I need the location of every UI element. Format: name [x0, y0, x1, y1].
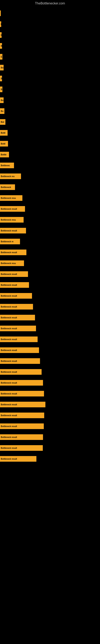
bar-6: B [0, 76, 2, 81]
bar-label-18: Bottleneck result [1, 208, 17, 210]
bar-row: | [0, 8, 100, 18]
bar-label-13: Bottle [1, 154, 6, 156]
bar-26: Bottleneck result [0, 293, 32, 299]
bar-35: Bottleneck result [0, 391, 44, 396]
bar-row: Bottleneck result [0, 399, 100, 410]
bar-label-40: Bottleneck result [1, 447, 17, 449]
bar-label-32: Bottleneck result [1, 360, 17, 362]
bar-label-25: Bottleneck result [1, 284, 17, 286]
bar-24: Bottleneck result [0, 271, 28, 277]
bar-row: E [0, 52, 100, 62]
bar-row: Bottleneck result [0, 388, 100, 399]
bars-container: |FEBEBoBBBoBoBotBottlBottlBottleBottlene… [0, 6, 100, 464]
bar-0: | [0, 10, 1, 16]
bar-36: Bottleneck result [0, 402, 46, 407]
bar-row: Bottleneck resu [0, 258, 100, 268]
bar-16: Bottleneck [0, 184, 15, 190]
bar-23: Bottleneck resu [0, 260, 24, 266]
bar-4: E [0, 54, 2, 60]
bar-1: F [0, 21, 1, 27]
bar-row: Bottleneck result [0, 269, 100, 279]
bar-label-38: Bottleneck result [1, 425, 17, 428]
bar-row: Bottleneck re [0, 236, 100, 247]
site-title: TheBottlenecker.com [0, 0, 100, 6]
bar-33: Bottleneck result [0, 369, 42, 375]
bar-row: Bo [0, 95, 100, 106]
bar-row: Bottleneck result [0, 421, 100, 432]
bar-label-41: Bottleneck result [1, 458, 17, 460]
bar-label-21: Bottleneck re [1, 240, 13, 243]
bar-row: Bottleneck result [0, 345, 100, 356]
bar-label-8: Bo [1, 99, 3, 102]
bar-7: B [0, 86, 2, 92]
bar-41: Bottleneck result [0, 456, 36, 462]
bar-15: Bottleneck res [0, 174, 21, 179]
bar-11: Bottl [0, 130, 8, 136]
bar-row: Bottleneck result [0, 432, 100, 442]
bar-38: Bottleneck result [0, 424, 44, 429]
bar-label-1: F [1, 23, 1, 25]
bar-row: E [0, 30, 100, 40]
bar-label-3: B [1, 45, 2, 47]
bar-29: Bottleneck result [0, 326, 36, 331]
bar-row: Bottleneck result [0, 367, 100, 377]
bar-row: Bottl [0, 128, 100, 138]
bar-label-24: Bottleneck result [1, 273, 17, 275]
bar-label-37: Bottleneck result [1, 414, 17, 416]
bar-label-20: Bottleneck result [1, 230, 17, 232]
bar-row: Bo [0, 62, 100, 73]
bar-40: Bottleneck result [0, 445, 43, 451]
bar-label-30: Bottleneck result [1, 338, 17, 340]
bar-row: Bottleneck result [0, 312, 100, 323]
bar-28: Bottleneck result [0, 315, 35, 320]
bar-21: Bottleneck re [0, 239, 20, 244]
bar-5: Bo [0, 65, 3, 70]
bar-row: Bottleneck resu [0, 193, 100, 203]
bar-19: Bottleneck resu [0, 217, 24, 222]
bar-2: E [0, 32, 1, 38]
bar-row: Bottl [0, 138, 100, 149]
bar-row: Bottlenec [0, 160, 100, 171]
bar-12: Bottl [0, 141, 8, 146]
bar-17: Bottleneck resu [0, 195, 22, 201]
bar-label-36: Bottleneck result [1, 404, 17, 406]
bar-row: Bottleneck result [0, 247, 100, 258]
bar-27: Bottleneck result [0, 304, 33, 310]
bar-3: B [0, 43, 2, 49]
bar-39: Bottleneck result [0, 434, 43, 440]
bar-9: Bo [0, 108, 4, 114]
bar-label-29: Bottleneck result [1, 328, 17, 330]
bar-row: Bottleneck resu [0, 214, 100, 225]
bar-row: B [0, 41, 100, 51]
bar-row: F [0, 19, 100, 30]
bar-label-17: Bottleneck resu [1, 197, 16, 199]
bar-label-27: Bottleneck result [1, 306, 17, 308]
bar-label-33: Bottleneck result [1, 371, 17, 373]
bar-label-34: Bottleneck result [1, 382, 17, 384]
bar-row: Bot [0, 117, 100, 127]
bar-label-15: Bottleneck res [1, 175, 15, 178]
bar-18: Bottleneck result [0, 206, 25, 212]
bar-row: Bottleneck result [0, 290, 100, 301]
bar-row: Bottleneck [0, 182, 100, 192]
bar-row: Bottleneck result [0, 280, 100, 290]
bar-31: Bottleneck result [0, 347, 39, 353]
bar-20: Bottleneck result [0, 228, 26, 234]
bar-label-11: Bottl [1, 132, 5, 134]
bar-label-5: Bo [1, 66, 3, 69]
bar-row: Bottleneck res [0, 171, 100, 182]
bar-label-7: B [1, 88, 2, 90]
bar-label-16: Bottleneck [1, 186, 11, 188]
bar-25: Bottleneck result [0, 282, 29, 288]
bar-row: Bottleneck result [0, 226, 100, 236]
bar-label-26: Bottleneck result [1, 295, 17, 297]
bar-13: Bottle [0, 152, 9, 158]
bar-label-2: E [1, 34, 1, 36]
bar-label-4: E [1, 56, 2, 58]
bar-row: Bottleneck result [0, 334, 100, 344]
bar-8: Bo [0, 98, 3, 103]
bar-label-23: Bottleneck resu [1, 262, 16, 264]
bar-label-31: Bottleneck result [1, 349, 17, 352]
bar-label-35: Bottleneck result [1, 393, 17, 395]
bar-label-6: B [1, 78, 2, 80]
